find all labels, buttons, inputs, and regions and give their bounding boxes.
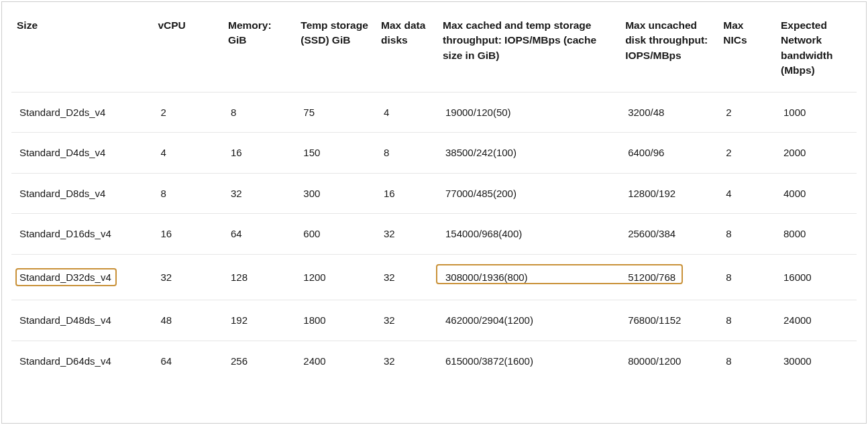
cell-temp: 75 <box>295 92 376 133</box>
cell-cached: 462000/2904(1200) <box>437 300 620 341</box>
cell-nics: 8 <box>718 341 775 381</box>
cell-nics: 4 <box>718 173 775 214</box>
table-row: Standard_D4ds_v4416150838500/242(100)640… <box>11 133 857 174</box>
table-row: Standard_D32ds_v432128120032308000/1936(… <box>11 254 857 300</box>
cell-maxdata: 4 <box>376 92 437 133</box>
cell-maxdata: 32 <box>376 214 437 255</box>
vm-size-table-wrapper: Size vCPU Memory: GiB Temp storage (SSD)… <box>1 1 867 424</box>
cell-cached: 19000/120(50) <box>437 92 620 133</box>
cell-maxdata: 32 <box>376 300 437 341</box>
cell-cached: 154000/968(400) <box>437 214 620 255</box>
cell-memory: 16 <box>223 133 295 174</box>
cell-bw: 4000 <box>775 173 857 214</box>
cell-vcpu: 64 <box>152 341 223 381</box>
cell-memory: 128 <box>223 254 295 300</box>
table-header-row: Size vCPU Memory: GiB Temp storage (SSD)… <box>11 7 857 92</box>
cell-memory: 192 <box>223 300 295 341</box>
table-row: Standard_D8ds_v48323001677000/485(200)12… <box>11 173 857 214</box>
cell-bw: 8000 <box>775 214 857 255</box>
cell-cached: 615000/3872(1600) <box>437 341 620 381</box>
th-memory: Memory: GiB <box>223 7 295 92</box>
cell-size: Standard_D16ds_v4 <box>11 214 152 255</box>
cell-nics: 2 <box>718 133 775 174</box>
cell-maxdata: 32 <box>376 254 437 300</box>
th-nics: Max NICs <box>718 7 775 92</box>
cell-cached: 38500/242(100) <box>437 133 620 174</box>
cell-bw: 30000 <box>775 341 857 381</box>
cell-cached: 308000/1936(800) <box>437 254 620 300</box>
cell-uncached: 12800/192 <box>620 173 718 214</box>
cell-size: Standard_D4ds_v4 <box>11 133 152 174</box>
th-cached: Max cached and temp storage throughput: … <box>437 7 620 92</box>
cell-vcpu: 16 <box>152 214 223 255</box>
table-row: Standard_D2ds_v42875419000/120(50)3200/4… <box>11 92 857 133</box>
table-row: Standard_D64ds_v464256240032615000/3872(… <box>11 341 857 381</box>
cell-vcpu: 4 <box>152 133 223 174</box>
cell-temp: 150 <box>295 133 376 174</box>
cell-uncached: 76800/1152 <box>620 300 718 341</box>
cell-cached: 77000/485(200) <box>437 173 620 214</box>
th-maxdata: Max data disks <box>376 7 437 92</box>
cell-uncached: 80000/1200 <box>620 341 718 381</box>
cell-vcpu: 8 <box>152 173 223 214</box>
cell-uncached: 3200/48 <box>620 92 718 133</box>
cell-maxdata: 32 <box>376 341 437 381</box>
cell-temp: 1800 <box>295 300 376 341</box>
cell-uncached: 6400/96 <box>620 133 718 174</box>
cell-maxdata: 8 <box>376 133 437 174</box>
cell-nics: 8 <box>718 214 775 255</box>
cell-uncached: 25600/384 <box>620 214 718 255</box>
cell-size: Standard_D48ds_v4 <box>11 300 152 341</box>
table-row: Standard_D48ds_v448192180032462000/2904(… <box>11 300 857 341</box>
cell-memory: 64 <box>223 214 295 255</box>
cell-size: Standard_D32ds_v4 <box>11 254 152 300</box>
th-uncached: Max uncached disk throughput: IOPS/MBps <box>620 7 718 92</box>
cell-memory: 8 <box>223 92 295 133</box>
cell-memory: 32 <box>223 173 295 214</box>
cell-nics: 8 <box>718 300 775 341</box>
th-bw: Expected Network bandwidth (Mbps) <box>775 7 857 92</box>
cell-bw: 16000 <box>775 254 857 300</box>
cell-bw: 2000 <box>775 133 857 174</box>
cell-bw: 1000 <box>775 92 857 133</box>
cell-vcpu: 2 <box>152 92 223 133</box>
cell-bw: 24000 <box>775 300 857 341</box>
cell-size: Standard_D2ds_v4 <box>11 92 152 133</box>
cell-temp: 600 <box>295 214 376 255</box>
highlight-size: Standard_D32ds_v4 <box>15 268 117 286</box>
cell-temp: 1200 <box>295 254 376 300</box>
th-vcpu: vCPU <box>152 7 223 92</box>
cell-temp: 2400 <box>295 341 376 381</box>
cell-temp: 300 <box>295 173 376 214</box>
th-temp: Temp storage (SSD) GiB <box>295 7 376 92</box>
cell-vcpu: 32 <box>152 254 223 300</box>
cell-nics: 8 <box>718 254 775 300</box>
cell-vcpu: 48 <box>152 300 223 341</box>
table-row: Standard_D16ds_v4166460032154000/968(400… <box>11 214 857 255</box>
vm-size-table: Size vCPU Memory: GiB Temp storage (SSD)… <box>11 7 857 381</box>
cell-nics: 2 <box>718 92 775 133</box>
th-size: Size <box>11 7 152 92</box>
cell-size: Standard_D64ds_v4 <box>11 341 152 381</box>
cell-uncached: 51200/768 <box>620 254 718 300</box>
cell-memory: 256 <box>223 341 295 381</box>
table-body: Standard_D2ds_v42875419000/120(50)3200/4… <box>11 92 857 381</box>
cell-maxdata: 16 <box>376 173 437 214</box>
cell-size: Standard_D8ds_v4 <box>11 173 152 214</box>
